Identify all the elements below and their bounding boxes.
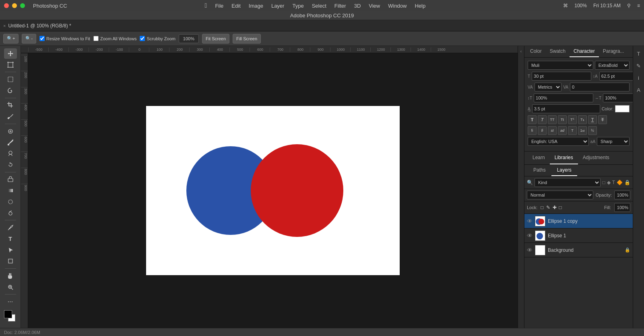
fill-screen-button[interactable]: Fill Screen xyxy=(233,34,261,44)
tab-label[interactable]: Untitled-1 @ 100% (RGB/8) * xyxy=(8,23,71,29)
filter-adjustment-icon[interactable]: ◆ xyxy=(607,180,611,185)
menu-window[interactable]: Window xyxy=(388,3,407,9)
photoshop-canvas[interactable] xyxy=(146,106,400,275)
crop-tool[interactable] xyxy=(4,100,17,111)
lock-pixels-icon[interactable]: □ xyxy=(541,205,543,210)
tab-paths[interactable]: Paths xyxy=(528,165,551,176)
menu-help[interactable]: Help xyxy=(415,3,425,9)
canvas-workspace[interactable] xyxy=(28,53,518,328)
tab-paragraph[interactable]: Paragra... xyxy=(599,46,628,57)
pen-tool[interactable] xyxy=(4,222,17,233)
window-controls[interactable]: Photoshop CC xyxy=(4,3,67,9)
fit-screen-button[interactable]: Fit Screen xyxy=(202,34,229,44)
lock-position-icon[interactable]: ✚ xyxy=(553,205,557,210)
eyedropper-tool[interactable] xyxy=(4,111,17,122)
lock-brush-icon[interactable]: ✎ xyxy=(546,205,550,210)
panel-collapse-button[interactable]: ‹ xyxy=(518,46,524,328)
smallcaps-button[interactable]: Tt xyxy=(558,115,567,124)
shape-tool[interactable] xyxy=(4,256,17,266)
tab-learn[interactable]: Learn xyxy=(528,151,550,164)
anti-alias-select[interactable]: Sharp Crisp Strong Smooth None xyxy=(597,137,630,146)
menu-filter[interactable]: Filter xyxy=(334,3,346,9)
tab-libraries[interactable]: Libraries xyxy=(550,151,578,164)
menu-type[interactable]: Type xyxy=(292,3,303,9)
layer-item-ellipse[interactable]: 👁 Ellipse 1 xyxy=(524,228,633,243)
foreground-background-colors[interactable] xyxy=(4,310,17,323)
subscript-button[interactable]: T₁ xyxy=(578,115,587,124)
menu-image[interactable]: Image xyxy=(249,3,263,9)
menu-select[interactable]: Select xyxy=(312,3,326,9)
extra-tools-button[interactable]: ··· xyxy=(4,297,17,307)
menu-layer[interactable]: Layer xyxy=(271,3,285,9)
path-selection-tool[interactable] xyxy=(4,245,17,255)
zoom-in-button[interactable]: 🔍+ xyxy=(3,34,19,44)
fraction-button[interactable]: ½ xyxy=(588,126,597,135)
oldstyle-button[interactable]: st xyxy=(548,126,557,135)
clone-tool[interactable] xyxy=(4,148,17,159)
tracking-input[interactable] xyxy=(570,83,630,91)
minimize-button[interactable] xyxy=(12,3,17,8)
marquee-tool[interactable] xyxy=(4,74,17,85)
move-tool[interactable] xyxy=(4,48,17,59)
right-icon-character[interactable]: T xyxy=(634,49,643,58)
superscript-button[interactable]: T⁵ xyxy=(568,115,577,124)
foreground-color[interactable] xyxy=(4,310,12,318)
right-icon-info[interactable]: i xyxy=(634,73,643,82)
menu-3d[interactable]: 3D xyxy=(354,3,361,9)
menu-apple[interactable]:  xyxy=(205,2,207,9)
font-style-select[interactable]: ExtraBold xyxy=(595,61,630,70)
font-family-select[interactable]: Muli xyxy=(528,61,593,70)
menu-view[interactable]: View xyxy=(369,3,380,9)
zoom-all-checkbox[interactable]: Zoom All Windows xyxy=(93,36,136,41)
language-select[interactable]: English: USA xyxy=(528,137,589,146)
hand-tool[interactable] xyxy=(4,271,17,281)
tab-layers[interactable]: Layers xyxy=(551,165,577,176)
filter-pixel-icon[interactable]: □ xyxy=(602,180,605,185)
artboard-tool[interactable] xyxy=(4,60,17,70)
baseline-input[interactable] xyxy=(532,104,600,113)
tab-color[interactable]: Color xyxy=(526,46,546,57)
zoom-out-button[interactable]: 🔍- xyxy=(22,34,36,44)
menu-bar-items[interactable]:  File Edit Image Layer Type Select Filt… xyxy=(205,2,426,9)
vertical-scale-input[interactable] xyxy=(534,93,593,102)
close-button[interactable] xyxy=(4,3,9,8)
type-tool[interactable]: T xyxy=(4,234,17,244)
kerning-select[interactable]: Metrics xyxy=(535,83,562,91)
dodge-tool[interactable] xyxy=(4,208,17,218)
brush-tool[interactable] xyxy=(4,137,17,148)
ligature-button[interactable]: fi xyxy=(528,126,537,135)
resize-windows-checkbox[interactable]: Resize Windows to Fit xyxy=(39,36,90,41)
filter-shape-icon[interactable]: 🔶 xyxy=(617,180,623,185)
tab-adjustments[interactable]: Adjustments xyxy=(578,151,614,164)
discretionary-ligature-button[interactable]: fi xyxy=(538,126,547,135)
tab-swatch[interactable]: Swatch xyxy=(546,46,570,57)
scrubby-zoom-checkbox[interactable]: Scrubby Zoom xyxy=(140,36,175,41)
heal-tool[interactable] xyxy=(4,126,17,137)
swash-button[interactable]: ad xyxy=(558,126,567,135)
menu-file[interactable]: File xyxy=(215,3,223,9)
menu-edit[interactable]: Edit xyxy=(231,3,240,9)
allcaps-button[interactable]: TT xyxy=(548,115,557,124)
text-color-swatch[interactable] xyxy=(615,105,630,112)
right-icon-brush[interactable]: ✎ xyxy=(634,61,643,70)
ellipse-1-copy-layer[interactable] xyxy=(251,144,343,237)
fill-input[interactable] xyxy=(614,203,630,212)
filter-type-icon[interactable]: T xyxy=(612,180,615,185)
blend-mode-select[interactable]: Normal Multiply Screen Overlay xyxy=(527,191,593,199)
tab-close-icon[interactable]: × xyxy=(3,23,6,28)
layer-visibility-ellipse[interactable]: 👁 xyxy=(527,232,533,239)
strikethrough-button[interactable]: T xyxy=(598,115,607,124)
notification-icon[interactable]: ≡ xyxy=(637,3,640,8)
titling-button[interactable]: T xyxy=(568,126,577,135)
history-brush-tool[interactable] xyxy=(4,160,17,170)
italic-button[interactable]: T xyxy=(538,115,547,124)
layer-visibility-background[interactable]: 👁 xyxy=(527,247,533,253)
lasso-tool[interactable] xyxy=(4,85,17,96)
opacity-input[interactable] xyxy=(614,191,630,199)
maximize-button[interactable] xyxy=(20,3,25,8)
font-size-input[interactable] xyxy=(532,72,591,81)
layer-visibility-ellipse-copy[interactable]: 👁 xyxy=(527,218,533,224)
layer-item-background[interactable]: 👁 Background 🔒 xyxy=(524,243,633,257)
lock-artboard-icon[interactable]: □ xyxy=(559,205,562,210)
ordinal-button[interactable]: 1st xyxy=(578,126,587,135)
